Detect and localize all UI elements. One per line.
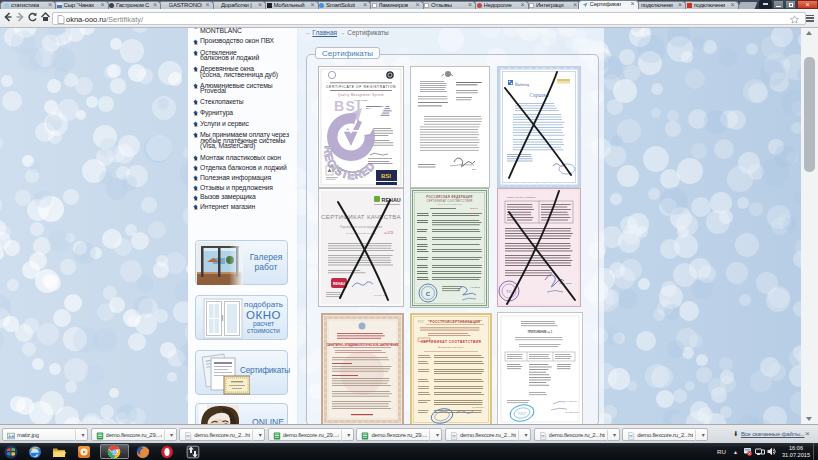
svg-text:СЕРТИФИКАТ СООТВЕТСТВИЯ: СЕРТИФИКАТ СООТВЕТСТВИЯ: [426, 199, 472, 203]
svg-text:№ 0724: № 0724: [384, 231, 394, 235]
svg-text:Quality Management System: Quality Management System: [338, 93, 384, 97]
svg-text:0167343: 0167343: [470, 207, 479, 209]
svg-text:В.Б.: В.Б.: [472, 168, 477, 171]
svg-text:ТС: ТС: [506, 289, 511, 294]
svg-text:С.П. Иванова: С.П. Иванова: [565, 400, 578, 402]
svg-text:ГСС: ГСС: [418, 320, 425, 324]
svg-text:А.В. Иванов: А.В. Иванов: [470, 286, 480, 288]
svg-text:REHAU: REHAU: [333, 282, 346, 286]
svg-text:№ РОСС.RU.9001.5.0049: № РОСС.RU.9001.5.0049: [438, 346, 465, 348]
svg-text:BSI: BSI: [381, 173, 391, 179]
svg-text:красн: красн: [470, 214, 475, 216]
svg-text:СЕРТИФИКАТ КАЧЕСТВА: СЕРТИФИКАТ КАЧЕСТВА: [321, 213, 401, 220]
svg-text:CERTIFICATE OF REGISTRATION: CERTIFICATE OF REGISTRATION: [326, 85, 396, 89]
svg-text:Q: Q: [338, 168, 341, 173]
svg-text:Приложение №1 к сертификату: Приложение №1 к сертификату: [507, 196, 536, 198]
svg-text:Г.В. Добрынина: Г.В. Добрынина: [565, 411, 580, 413]
svg-text:Marketing: Marketing: [515, 83, 529, 87]
svg-text:С.П.Иванова: С.П.Иванова: [472, 406, 484, 408]
svg-text:(обязательная сертификация): (обязательная сертификация): [437, 203, 463, 205]
svg-text:REHAU: REHAU: [382, 197, 401, 203]
svg-text:"РОССТРОЙСЕРТИФИКАЦИЯ": "РОССТРОЙСЕРТИФИКАЦИЯ": [428, 320, 482, 324]
svg-text:ПРИЛОЖЕНИЕ № 1: ПРИЛОЖЕНИЕ № 1: [528, 330, 553, 334]
svg-text:САНИТАРНО-ЭПИДЕМИОЛОГИЧЕСКОЕ З: САНИТАРНО-ЭПИДЕМИОЛОГИЧЕСКОЕ ЗАКЛЮЧЕНИЕ: [326, 343, 398, 347]
svg-text:ГОСТ: ГОСТ: [518, 412, 526, 416]
svg-text:РОССИЙСКАЯ ФЕДЕРАЦИЯ: РОССИЙСКАЯ ФЕДЕРАЦИЯ: [426, 195, 472, 199]
svg-text:СЕРТИФИКАТ СООТВЕТСТВИЯ: СЕРТИФИКАТ СООТВЕТСТВИЯ: [421, 340, 482, 344]
svg-text:C: C: [426, 291, 431, 297]
